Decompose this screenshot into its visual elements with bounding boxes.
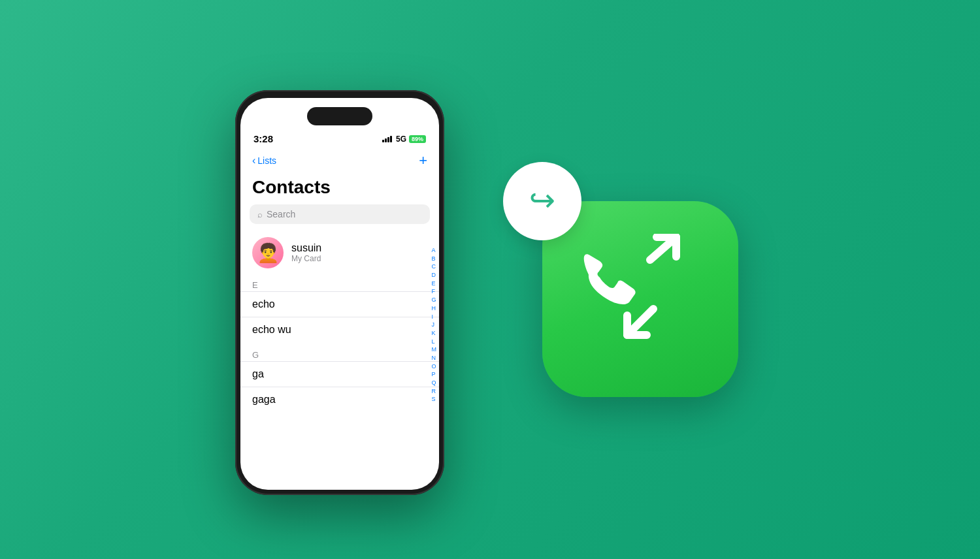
alpha-i[interactable]: I	[432, 313, 437, 321]
signal-bar-2	[385, 138, 387, 142]
chevron-left-icon: ‹	[252, 155, 255, 167]
alpha-p[interactable]: P	[432, 371, 437, 379]
section-header-e: E	[240, 278, 439, 291]
alpha-q[interactable]: Q	[432, 379, 437, 387]
add-button[interactable]: +	[419, 152, 427, 169]
contact-ga[interactable]: ga	[240, 361, 439, 387]
search-icon: ⌕	[257, 210, 263, 219]
alpha-a[interactable]: A	[432, 247, 437, 255]
search-placeholder: Search	[267, 209, 295, 219]
phone-screen: 3:28 5G 89% ‹	[240, 98, 439, 490]
page-title: Contacts	[240, 174, 439, 204]
alpha-f[interactable]: F	[432, 288, 437, 296]
alpha-n[interactable]: N	[432, 355, 437, 362]
section-header-g: G	[240, 347, 439, 361]
network-type: 5G	[396, 135, 406, 144]
my-card-label: My Card	[291, 254, 321, 263]
signal-bars	[382, 136, 392, 142]
alpha-e[interactable]: E	[432, 280, 437, 288]
search-bar[interactable]: ⌕ Search	[250, 204, 430, 224]
contact-gaga[interactable]: gaga	[240, 387, 439, 412]
nav-bar: ‹ Lists +	[240, 150, 439, 174]
back-label: Lists	[257, 155, 276, 166]
app-icon-area: ↩	[497, 155, 745, 404]
alpha-j[interactable]: J	[432, 321, 437, 329]
alpha-s[interactable]: S	[432, 396, 437, 404]
my-card-name: susuin	[291, 242, 321, 254]
my-card-info: susuin My Card	[291, 242, 321, 263]
alpha-r[interactable]: R	[432, 388, 437, 396]
phone-frame: 3:28 5G 89% ‹	[235, 90, 444, 495]
status-icons: 5G 89%	[382, 135, 426, 144]
call-transfer-icon	[575, 234, 706, 364]
alpha-o[interactable]: O	[432, 363, 437, 371]
dynamic-island	[307, 107, 372, 125]
back-button[interactable]: ‹ Lists	[252, 155, 276, 167]
my-card-row[interactable]: 🧑‍🦱 susuin My Card	[240, 232, 439, 278]
alpha-d[interactable]: D	[432, 272, 437, 280]
alpha-k[interactable]: K	[432, 330, 437, 338]
contact-echo-wu[interactable]: echo wu	[240, 317, 439, 342]
alpha-c[interactable]: C	[432, 263, 437, 271]
contact-echo[interactable]: echo	[240, 291, 439, 317]
reply-arrow-icon: ↩	[529, 182, 555, 218]
signal-bar-3	[387, 137, 389, 142]
avatar: 🧑‍🦱	[252, 237, 284, 268]
alpha-g[interactable]: G	[432, 296, 437, 304]
alpha-m[interactable]: M	[432, 346, 437, 354]
phone-mockup: 3:28 5G 89% ‹	[235, 90, 444, 495]
signal-bar-1	[382, 140, 384, 142]
status-time: 3:28	[253, 133, 273, 144]
alphabet-index[interactable]: A B C D E F G H I J K L M N O P Q	[432, 247, 437, 404]
alpha-b[interactable]: B	[432, 255, 437, 263]
reply-circle: ↩	[503, 162, 581, 240]
alpha-h[interactable]: H	[432, 305, 437, 313]
battery-badge: 89%	[409, 135, 426, 143]
alpha-l[interactable]: L	[432, 338, 437, 346]
app-icon	[542, 201, 738, 397]
main-scene: 3:28 5G 89% ‹	[0, 0, 980, 559]
signal-bar-4	[390, 136, 392, 142]
